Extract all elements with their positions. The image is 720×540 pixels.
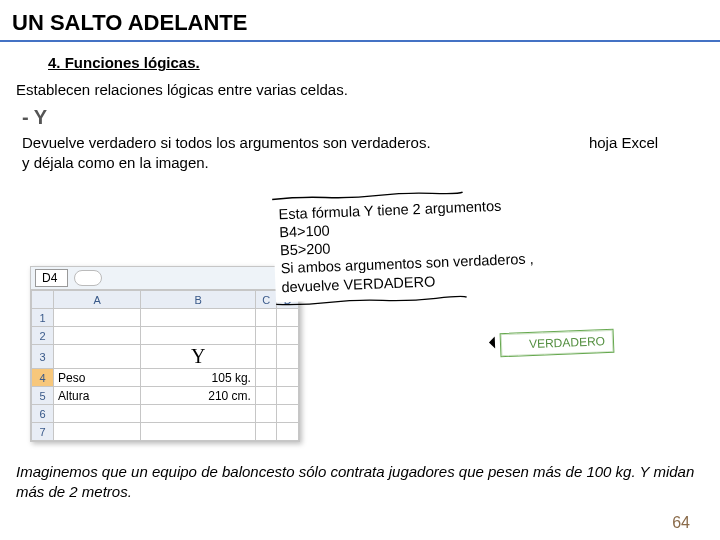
excel-illustration: D4 A B C D 1 2 3Y 4Peso105 kg. 5Altura21…	[0, 226, 720, 444]
cell-a5: Altura	[54, 387, 141, 405]
row-header-6: 6	[32, 405, 54, 423]
spreadsheet-grid: D4 A B C D 1 2 3Y 4Peso105 kg. 5Altura21…	[30, 266, 300, 442]
row-header-7: 7	[32, 423, 54, 441]
title-underline	[0, 40, 720, 42]
callout-note: Esta fórmula Y tiene 2 argumentos B4>100…	[272, 191, 562, 303]
cell-b5: 210 cm.	[141, 387, 256, 405]
bottom-paragraph: Imaginemos que un equipo de baloncesto s…	[16, 462, 704, 501]
subsection-heading: 4. Funciones lógicas.	[0, 50, 720, 81]
cell-b3: Y	[141, 345, 256, 369]
col-header-b: B	[141, 291, 256, 309]
row-header-5: 5	[32, 387, 54, 405]
formula-bar: D4	[31, 267, 299, 290]
col-header-a: A	[54, 291, 141, 309]
row-header-2: 2	[32, 327, 54, 345]
name-box: D4	[35, 269, 68, 287]
corner-cell	[32, 291, 54, 309]
row-header-3: 3	[32, 345, 54, 369]
page-title: UN SALTO ADELANTE	[0, 0, 720, 40]
fx-icon	[74, 270, 102, 286]
cell-b4: 105 kg.	[141, 369, 256, 387]
cells-table: A B C D 1 2 3Y 4Peso105 kg. 5Altura210 c…	[31, 290, 299, 441]
row-header-1: 1	[32, 309, 54, 327]
function-name: - Y	[0, 104, 720, 133]
cell-a4: Peso	[54, 369, 141, 387]
function-description: Devuelve verdadero si todos los argument…	[0, 133, 720, 172]
result-cell: VERDADERO	[500, 329, 615, 357]
callout-bottom-edge	[276, 295, 467, 306]
desc-pre: Devuelve verdadero si todos los argument…	[22, 134, 431, 151]
row-header-4: 4	[32, 369, 54, 387]
intro-text: Establecen relaciones lógicas entre vari…	[0, 81, 720, 104]
col-header-c: C	[255, 291, 277, 309]
page-number: 64	[672, 514, 690, 532]
